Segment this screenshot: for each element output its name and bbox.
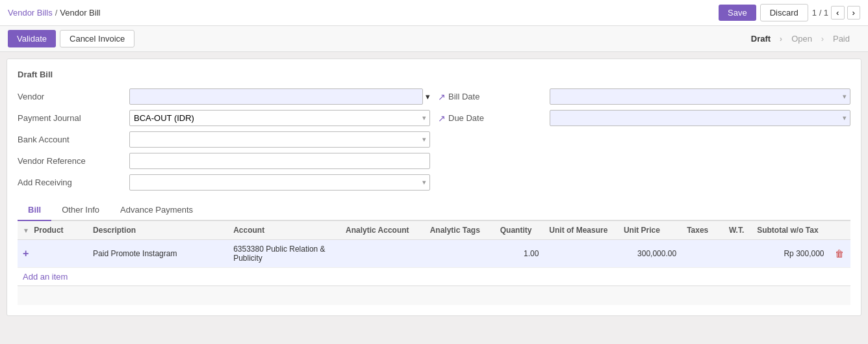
tab-advance-payments[interactable]: Advance Payments xyxy=(110,200,203,221)
payment-journal-select[interactable]: BCA-OUT (IDR) xyxy=(129,110,430,126)
col-header-unit-price: Unit Price xyxy=(619,221,682,240)
status-draft: Draft xyxy=(741,31,781,46)
cell-account[interactable]: 6353380 Public Relation & Publicity xyxy=(228,240,340,268)
discard-button[interactable]: Discard xyxy=(760,4,808,21)
col-header-analytic-account: Analytic Account xyxy=(340,221,425,240)
due-date-label: Due Date xyxy=(448,113,484,123)
vendor-reference-label: Vendor Reference xyxy=(18,156,121,166)
bill-date-label: Bill Date xyxy=(448,92,479,101)
vendor-input[interactable]: 19205 - Accrued - Hotel Promotion xyxy=(129,88,423,105)
col-header-product: ▼ Product xyxy=(18,221,88,240)
cell-delete: 🗑 xyxy=(830,240,850,268)
table-header-row: ▼ Product Description Account Analytic A… xyxy=(18,221,850,240)
status-paid: Paid xyxy=(823,31,860,46)
tab-bill[interactable]: Bill xyxy=(18,200,51,221)
col-header-quantity: Quantity xyxy=(495,221,544,240)
cell-analytic-tags[interactable] xyxy=(425,240,495,268)
status-bar: Draft Open Paid xyxy=(741,31,860,46)
breadcrumb: Vendor Bills / Vendor Bill xyxy=(8,8,100,18)
bill-date-wrapper: 04/12/2022 ▾ xyxy=(550,88,850,105)
cell-wt[interactable] xyxy=(724,240,752,268)
bank-account-select[interactable] xyxy=(129,131,430,148)
col-header-analytic-tags: Analytic Tags xyxy=(425,221,495,240)
validate-button[interactable]: Validate xyxy=(8,30,56,47)
col-header-description: Description xyxy=(88,221,228,240)
col-header-taxes: Taxes xyxy=(682,221,724,240)
bank-account-label: Bank Account xyxy=(18,135,121,144)
action-bar-left: Validate Cancel Invoice xyxy=(8,30,134,47)
pagination-prev[interactable]: ‹ xyxy=(831,6,844,20)
footer-area xyxy=(18,285,850,305)
col-header-subtotal: Subtotal w/o Tax xyxy=(752,221,829,240)
delete-row-button[interactable]: 🗑 xyxy=(835,248,844,259)
vendor-field-wrapper: 19205 - Accrued - Hotel Promotion ▾ xyxy=(129,88,430,105)
add-receiving-wrapper: ▾ xyxy=(129,174,430,191)
breadcrumb-current: Vendor Bill xyxy=(60,8,100,18)
cell-quantity[interactable]: 1.00 xyxy=(495,240,544,268)
vendor-label: Vendor xyxy=(18,92,121,101)
vendor-reference-input[interactable] xyxy=(129,153,430,169)
action-bar: Validate Cancel Invoice Draft Open Paid xyxy=(0,26,868,52)
payment-journal-label: Payment Journal xyxy=(18,113,121,123)
bill-table: ▼ Product Description Account Analytic A… xyxy=(18,221,850,268)
due-date-wrapper: 04/12/2022 ▾ xyxy=(550,110,850,126)
tabs: Bill Other Info Advance Payments xyxy=(18,200,850,221)
cell-uom[interactable] xyxy=(544,240,619,268)
draft-label: Draft Bill xyxy=(18,70,850,79)
form-grid: Vendor 19205 - Accrued - Hotel Promotion… xyxy=(18,88,850,191)
bill-date-ext-icon[interactable]: ↗ xyxy=(438,92,446,102)
breadcrumb-separator: / xyxy=(55,8,58,18)
pagination: 1 / 1 ‹ › xyxy=(812,6,860,20)
sort-icon-product[interactable]: ▼ xyxy=(23,227,29,234)
bill-date-label-wrapper: ↗ Bill Date xyxy=(438,92,542,102)
add-receiving-select[interactable] xyxy=(129,174,430,191)
breadcrumb-parent[interactable]: Vendor Bills xyxy=(8,8,53,18)
col-header-account: Account xyxy=(228,221,340,240)
bill-date-input[interactable]: 04/12/2022 xyxy=(550,88,850,105)
due-date-label-wrapper: ↗ Due Date xyxy=(438,113,542,124)
row-add-btn[interactable]: + xyxy=(23,248,29,259)
bank-account-wrapper: ▾ xyxy=(129,131,430,148)
top-actions: Save Discard 1 / 1 ‹ › xyxy=(719,4,860,21)
tab-other-info[interactable]: Other Info xyxy=(51,200,110,221)
col-header-wt: W.T. xyxy=(724,221,752,240)
cell-description[interactable]: Paid Promote Instagram xyxy=(88,240,228,268)
due-date-ext-icon[interactable]: ↗ xyxy=(438,113,446,124)
add-item-link[interactable]: Add an item xyxy=(18,268,73,285)
col-header-action xyxy=(830,221,850,240)
vendor-dropdown-arrow[interactable]: ▾ xyxy=(426,92,430,101)
pagination-text: 1 / 1 xyxy=(812,8,828,18)
add-receiving-label: Add Receiving xyxy=(18,178,121,187)
payment-journal-wrapper: BCA-OUT (IDR) ▾ xyxy=(129,110,430,126)
add-item-row: Add an item xyxy=(18,268,850,285)
top-bar: Vendor Bills / Vendor Bill Save Discard … xyxy=(0,0,868,26)
col-header-uom: Unit of Measure xyxy=(544,221,619,240)
cell-analytic-account[interactable] xyxy=(340,240,425,268)
main-content: Draft Bill Vendor 19205 - Accrued - Hote… xyxy=(0,52,868,329)
cell-subtotal: Rp 300,000 xyxy=(752,240,829,268)
form-card: Draft Bill Vendor 19205 - Accrued - Hote… xyxy=(6,59,862,316)
cell-taxes[interactable] xyxy=(682,240,724,268)
save-button[interactable]: Save xyxy=(719,5,756,21)
table-row: + Paid Promote Instagram 6353380 Public … xyxy=(18,240,850,268)
pagination-next[interactable]: › xyxy=(847,6,860,20)
cell-unit-price[interactable]: 300,000.00 xyxy=(619,240,682,268)
status-open: Open xyxy=(781,31,823,46)
due-date-input[interactable]: 04/12/2022 xyxy=(550,110,850,126)
cell-add-handle: + xyxy=(18,240,88,268)
cancel-invoice-button[interactable]: Cancel Invoice xyxy=(60,30,134,47)
